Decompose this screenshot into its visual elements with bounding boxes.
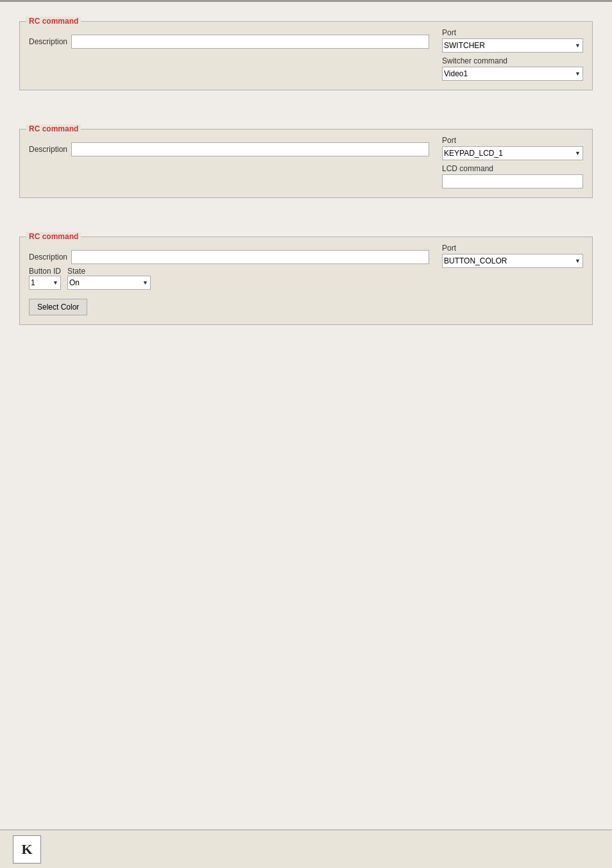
button-id-select[interactable]: 1 2 3 4 xyxy=(29,276,61,290)
select-color-button[interactable]: Select Color xyxy=(29,299,87,315)
panel-1-right: Port SWITCHER Switcher command Video1 xyxy=(442,28,583,81)
button-id-label: Button ID xyxy=(29,267,61,276)
port-select-wrapper-3: BUTTON_COLOR xyxy=(442,254,583,268)
panel-3-row: Description Button ID 1 2 3 4 xyxy=(29,244,583,315)
port-label-3: Port xyxy=(442,244,583,253)
kramer-logo: K xyxy=(13,835,41,864)
description-row-3: Description xyxy=(29,250,429,264)
button-id-select-wrapper: 1 2 3 4 xyxy=(29,276,61,290)
panel-3-left: Description Button ID 1 2 3 4 xyxy=(29,244,429,315)
state-select[interactable]: On Off xyxy=(67,276,151,290)
button-id-col: Button ID 1 2 3 4 xyxy=(29,267,61,290)
button-id-state-row: Button ID 1 2 3 4 State xyxy=(29,267,429,290)
rc-panel-1: RC command Description Port SWITCHER Swi… xyxy=(19,21,593,90)
description-label-3: Description xyxy=(29,253,67,262)
rc-panel-2: RC command Description Port KEYPAD_LCD_1… xyxy=(19,129,593,198)
panel-3-right: Port BUTTON_COLOR xyxy=(442,244,583,268)
port-select-wrapper-1: SWITCHER xyxy=(442,38,583,53)
rc-panel-1-title: RC command xyxy=(26,17,81,26)
description-input-3[interactable] xyxy=(71,250,429,264)
switcher-command-wrapper: Video1 xyxy=(442,67,583,81)
state-col: State On Off xyxy=(67,267,151,290)
rc-panel-3: RC command Description Button ID 1 2 3 xyxy=(19,237,593,325)
lcd-command-label: LCD command xyxy=(442,164,583,173)
description-label-2: Description xyxy=(29,145,67,154)
switcher-command-select[interactable]: Video1 xyxy=(442,67,583,81)
rc-panel-3-title: RC command xyxy=(26,232,81,241)
panel-1-row: Description Port SWITCHER Switcher comma… xyxy=(29,28,583,81)
port-select-2[interactable]: KEYPAD_LCD_1 xyxy=(442,146,583,160)
port-label-1: Port xyxy=(442,28,583,37)
panel-1-left: Description xyxy=(29,28,429,49)
panel-2-left: Description xyxy=(29,136,429,156)
port-select-1[interactable]: SWITCHER xyxy=(442,38,583,53)
rc-panel-2-title: RC command xyxy=(26,124,81,133)
footer: K xyxy=(0,830,612,868)
port-select-wrapper-2: KEYPAD_LCD_1 xyxy=(442,146,583,160)
logo-letter: K xyxy=(21,841,32,858)
description-row-1: Description xyxy=(29,35,429,49)
lcd-command-input[interactable] xyxy=(442,174,583,188)
port-label-2: Port xyxy=(442,136,583,145)
panel-2-right: Port KEYPAD_LCD_1 LCD command xyxy=(442,136,583,188)
port-select-3[interactable]: BUTTON_COLOR xyxy=(442,254,583,268)
description-input-1[interactable] xyxy=(71,35,429,49)
panel-2-row: Description Port KEYPAD_LCD_1 LCD comman… xyxy=(29,136,583,188)
page-content: RC command Description Port SWITCHER Swi… xyxy=(0,2,612,383)
description-label-1: Description xyxy=(29,37,67,46)
description-row-2: Description xyxy=(29,142,429,156)
state-label: State xyxy=(67,267,151,276)
description-input-2[interactable] xyxy=(71,142,429,156)
switcher-command-label: Switcher command xyxy=(442,56,583,65)
state-select-wrapper: On Off xyxy=(67,276,151,290)
